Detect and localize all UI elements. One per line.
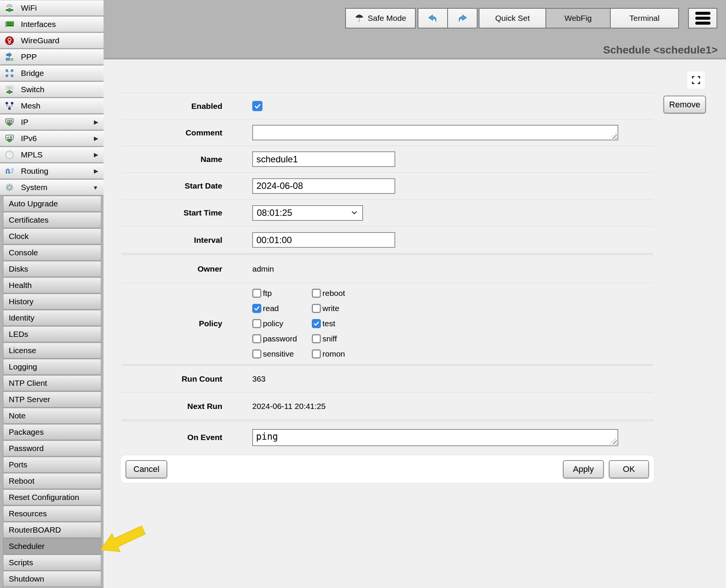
sidebar-item-identity[interactable]: Identity <box>3 310 101 326</box>
sidebar-item-mesh[interactable]: Mesh <box>0 98 104 114</box>
sidebar-item-ntp-client[interactable]: NTP Client <box>3 375 101 391</box>
sidebar-item-reboot[interactable]: Reboot <box>3 473 101 489</box>
sidebar-item-label: IPv6 <box>21 134 37 143</box>
sidebar-item-clock[interactable]: Clock <box>3 228 101 244</box>
fullscreen-icon <box>691 75 701 85</box>
comment-field[interactable] <box>253 126 618 140</box>
sidebar-item-ipv6[interactable]: 6 IPv6 ▶ <box>0 130 104 146</box>
view-tabs: Quick Set WebFig Terminal <box>479 8 679 28</box>
ftp-checkbox[interactable] <box>252 289 261 298</box>
sidebar-item-reset-configuration[interactable]: Reset Configuration <box>3 489 101 505</box>
sidebar-item-label: Mesh <box>21 101 40 110</box>
sidebar-item-certificates[interactable]: Certificates <box>3 212 101 228</box>
sidebar-item-switch[interactable]: Switch <box>0 82 104 97</box>
on-event-field[interactable]: ping <box>253 430 618 445</box>
test-checkbox[interactable] <box>312 319 321 328</box>
redo-button[interactable] <box>447 9 477 28</box>
ok-button[interactable]: OK <box>609 460 649 478</box>
owner-label: Owner <box>121 264 222 274</box>
sidebar-item-label: WireGuard <box>21 36 60 45</box>
sidebar-item-wireguard[interactable]: WireGuard <box>0 33 104 49</box>
cancel-button[interactable]: Cancel <box>126 460 167 478</box>
fullscreen-button[interactable] <box>687 71 705 89</box>
page-title: Schedule <schedule1> <box>603 44 718 56</box>
undo-button[interactable] <box>418 9 447 28</box>
sidebar-item-label: Bridge <box>21 69 44 78</box>
sidebar-item-label: IP <box>21 118 28 127</box>
sidebar-item-health[interactable]: Health <box>3 277 101 293</box>
name-row: Name <box>121 146 653 172</box>
sidebar-item-history[interactable]: History <box>3 294 101 310</box>
start-time-select[interactable]: 08:01:25 <box>252 205 363 221</box>
sidebar-item-system[interactable]: System ▼ <box>0 179 104 195</box>
sidebar-item-mpls[interactable]: MPLS ▶ <box>0 147 104 163</box>
sidebar-item-note[interactable]: Note <box>3 408 101 424</box>
sidebar-item-ip[interactable]: 255 IP ▶ <box>0 114 104 130</box>
chevron-right-icon: ▶ <box>94 151 98 158</box>
wireguard-icon <box>4 35 15 46</box>
menu-button[interactable] <box>688 8 717 28</box>
tab-webfig[interactable]: WebFig <box>545 8 611 28</box>
sidebar-item-license[interactable]: License <box>3 343 101 358</box>
sidebar-item-password[interactable]: Password <box>3 440 101 456</box>
sidebar-item-label: MPLS <box>21 150 42 159</box>
policy-checkbox-grid: ftp reboot read write <box>252 286 345 362</box>
routing-icon <box>4 166 15 176</box>
enabled-row: Enabled <box>121 93 653 119</box>
sidebar-item-ntp-server[interactable]: NTP Server <box>3 391 101 407</box>
switch-icon <box>4 84 15 95</box>
sidebar-item-routerboard[interactable]: RouterBOARD <box>3 522 101 538</box>
sidebar-item-wifi[interactable]: WiFi <box>0 0 104 16</box>
remove-button[interactable]: Remove <box>663 96 706 113</box>
sidebar-item-bridge[interactable]: Bridge <box>0 65 104 81</box>
start-time-value: 08:01:25 <box>257 208 292 218</box>
tab-quick-set[interactable]: Quick Set <box>479 8 546 28</box>
start-date-field[interactable] <box>252 178 395 194</box>
sidebar-item-disks[interactable]: Disks <box>3 261 101 277</box>
sidebar-item-leds[interactable]: LEDs <box>3 326 101 342</box>
romon-checkbox[interactable] <box>312 349 321 358</box>
annotation-arrow <box>100 525 146 560</box>
interval-field[interactable] <box>252 232 395 248</box>
sidebar-item-console[interactable]: Console <box>3 245 101 261</box>
password-checkbox[interactable] <box>252 334 261 343</box>
policy-option-ftp: ftp <box>252 289 312 298</box>
enabled-checkbox[interactable] <box>252 101 262 111</box>
chevron-right-icon: ▶ <box>94 135 98 142</box>
start-time-label: Start Time <box>121 208 222 217</box>
sidebar-item-ports[interactable]: Ports <box>3 457 101 473</box>
sidebar-item-scripts[interactable]: Scripts <box>3 555 101 571</box>
policy-option-write: write <box>312 304 345 313</box>
policy-row: Policy ftp reboot read <box>121 283 653 364</box>
sidebar-item-logging[interactable]: Logging <box>3 359 101 375</box>
sidebar-item-ppp[interactable]: PPP <box>0 49 104 65</box>
chevron-right-icon: ▶ <box>94 168 98 175</box>
write-checkbox[interactable] <box>312 304 321 313</box>
safe-mode-button[interactable]: ☂ Safe Mode <box>345 8 416 28</box>
interval-label: Interval <box>121 236 222 245</box>
sidebar-item-packages[interactable]: Packages <box>3 424 101 440</box>
read-checkbox[interactable] <box>252 304 261 313</box>
sidebar-item-interfaces[interactable]: Interfaces <box>0 16 104 32</box>
umbrella-icon: ☂ <box>355 13 364 24</box>
sidebar-item-auto-upgrade[interactable]: Auto Upgrade <box>3 196 101 212</box>
chevron-down-icon: ▼ <box>93 184 98 191</box>
tab-terminal[interactable]: Terminal <box>610 8 679 28</box>
on-event-row: On Event ping <box>121 421 653 454</box>
owner-row: Owner admin <box>121 255 653 283</box>
sensitive-checkbox[interactable] <box>252 349 261 358</box>
sidebar-item-label: WiFi <box>21 3 37 13</box>
bridge-icon <box>4 68 15 79</box>
ppp-icon <box>4 52 15 62</box>
sidebar-item-resources[interactable]: Resources <box>3 506 101 522</box>
sniff-checkbox[interactable] <box>312 334 321 343</box>
policy-option-sensitive: sensitive <box>252 349 312 358</box>
name-field[interactable] <box>252 151 395 167</box>
sidebar-item-shutdown[interactable]: Shutdown <box>3 571 101 587</box>
sidebar: WiFi Interfaces WireGuard <box>0 0 104 588</box>
apply-button[interactable]: Apply <box>563 460 604 478</box>
policy-checkbox[interactable] <box>252 319 261 328</box>
reboot-checkbox[interactable] <box>312 289 321 298</box>
sidebar-item-scheduler[interactable]: Scheduler <box>3 538 101 554</box>
sidebar-item-routing[interactable]: Routing ▶ <box>0 163 104 179</box>
